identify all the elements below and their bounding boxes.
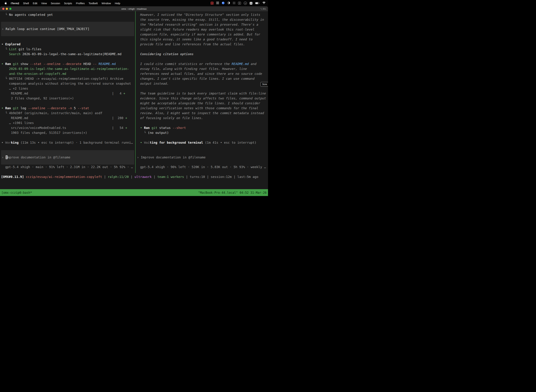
right-scrollback: However, I noticed the "Directory Struct… [136, 12, 268, 145]
key-8-icon[interactable]: 8 [238, 2, 241, 5]
left-model-status-line: gpt-5.4 xhigh · main · 91% left · 2.31M … [0, 165, 135, 169]
terminal-line: [OMX#0.11.9] cczip/essay/ai-reimplementa… [0, 174, 268, 179]
menu-item-scripts[interactable]: Scripts [64, 2, 72, 5]
terminal-line: including verification notes with those … [136, 106, 268, 111]
terminal-line: the "Related research writing" section i… [136, 22, 268, 27]
terminal-line: slight risk that future readers may over… [136, 27, 268, 32]
inject-banner: › Ralph loop active continue [OMX_TMUX_I… [1, 22, 134, 36]
terminal-line: Search 2026-03-09-is-legal-the-same-as-l… [0, 52, 135, 56]
terminal-line: 2 files changed, 92 insertions(+) [0, 96, 135, 101]
terminal-line: › Ralph loop active continue [OMX_TMUX_I… [1, 27, 134, 31]
menu-item-help[interactable]: Help [115, 2, 120, 5]
terminal-line: gpt-5.4 xhigh · 96% left · 520K in · 5.8… [136, 165, 268, 169]
terminal-line: 2026-03-09-is-legal-the-same-as-legitima… [0, 66, 135, 71]
tmux-session-name: [omx-cczip0:bash* [1, 191, 32, 194]
terminal-line: The team guideline is to back every impo… [136, 91, 268, 96]
menu-item-edit[interactable]: Edit [33, 2, 37, 5]
terminal-line: └ 4b9d30f (origin/main, instructkr/main,… [0, 111, 135, 116]
terminal-line: of focusing solely on file lines. [136, 116, 268, 121]
input-source-icon[interactable]: A [250, 2, 252, 5]
terminal-line: README.md | 4 + [0, 91, 135, 96]
terminal-line [136, 47, 268, 52]
circle-61-icon[interactable]: .61 [244, 2, 247, 5]
terminal-line: • Ran git log --oneline --decorate -n 5 … [0, 106, 135, 111]
terminal-line: evidence. Since this change only affects… [136, 96, 268, 101]
right-model-status-line: gpt-5.4 xhigh · 96% left · 520K in · 5.8… [136, 165, 268, 169]
terminal-line [0, 101, 135, 106]
menu-item-iterm2[interactable]: iTerm2 [11, 2, 19, 5]
terminal-line: … +2 lines [0, 86, 135, 91]
terminal-line: this single essay, it seems like a good … [136, 37, 268, 42]
terminal-line: • Waiting for background terminal (1m 41… [136, 140, 268, 145]
terminal-line: README.md | 280 + [0, 116, 135, 121]
terminal-line: references need actual files, and since … [136, 71, 268, 76]
terminal-line [136, 135, 268, 140]
terminal-line: essay file, along with finding root file… [136, 66, 268, 71]
terminal-window: └ No agents completed yet › Ralph loop a… [0, 11, 268, 196]
terminal-line [0, 56, 135, 61]
menu-item-toolbelt[interactable]: Toolbelt [89, 2, 98, 5]
terminal-line: provide file and line references from th… [136, 42, 268, 47]
terminal-line: I could cite commit statistics or refere… [136, 61, 268, 66]
wifi-icon[interactable] [262, 2, 266, 5]
terminal-line: companion file, especially if more comme… [136, 32, 268, 37]
screen-recording-indicator-icon[interactable] [211, 2, 214, 5]
terminal-line: › Improve documentation in @filename [1, 155, 134, 160]
terminal-line [136, 56, 268, 61]
menu-item-shell[interactable]: Shell [23, 2, 29, 5]
right-prompt-input[interactable]: › Improve documentation in @filename [136, 155, 268, 160]
omx-status-bar: [OMX#0.11.9] cczip/essay/ai-reimplementa… [0, 174, 268, 179]
menu-item-profiles[interactable]: Profiles [76, 2, 85, 5]
terminal-line: gpt-5.4 xhigh · main · 91% left · 2.31M … [0, 165, 135, 169]
terminal-line: └ 067f154 (HEAD -> essay/ai-reimplementa… [0, 76, 135, 81]
terminal-line: • Working (11m 13s • esc to interrupt) ·… [0, 140, 135, 145]
left-pane[interactable]: └ No agents completed yet › Ralph loop a… [0, 11, 135, 181]
terminal-line: • Ran git show --stat --oneline --decora… [0, 61, 135, 66]
dots-grid-icon[interactable] [233, 2, 235, 5]
terminal-line: … +1901 lines [0, 121, 135, 125]
terminal-line: • Ran git status --short [136, 125, 268, 130]
left-scrollback: • Explored └ List git ls-files Search 20… [0, 42, 135, 145]
terminal-line: └ (no output) [136, 130, 268, 135]
window-shortcut-badge: ⌥⌘1 [260, 8, 266, 10]
window-title: omx --xhigh --madmax [0, 8, 268, 10]
terminal-line [136, 86, 268, 91]
apple-logo-icon[interactable] [5, 2, 7, 5]
terminal-line: • Explored [0, 42, 135, 47]
terminal-line: Considering citation options [136, 52, 268, 56]
terminal-line: companion analysis without altering the … [0, 81, 135, 86]
terminal-line [0, 135, 135, 140]
terminal-line: might be acceptable alongside the file l… [136, 101, 268, 106]
window-title-bar[interactable]: omx --xhigh --madmax ⌥⌘1 [0, 6, 268, 11]
menu-item-view[interactable]: View [41, 2, 47, 5]
grid-icon[interactable] [216, 2, 219, 5]
terminal-line [136, 121, 268, 125]
terminal-line: › Improve documentation in @filename [136, 155, 268, 160]
notification-popup: Scre [260, 82, 268, 87]
terminal-line: However, I noticed the "Directory Struct… [136, 12, 268, 17]
terminal-line: the source tree, missing the essay. Stil… [136, 17, 268, 22]
crescent-app-icon[interactable] [227, 2, 230, 5]
left-prompt-input[interactable]: › Improve documentation in @filename [1, 150, 134, 165]
blue-app-icon[interactable] [222, 2, 225, 5]
terminal-line: review. Also, I might want to inspect th… [136, 111, 268, 116]
terminal-line: └ No agents completed yet [0, 12, 135, 17]
tmux-status-bar: [omx-cczip0:bash* "MacBook-Pro-44.local"… [0, 189, 268, 196]
battery-icon[interactable] [255, 2, 259, 5]
tmux-host-clock: "MacBook-Pro-44.local" 04:52 31-Mar-26 [198, 191, 267, 194]
menu-item-window[interactable]: Window [102, 2, 111, 5]
terminal-line: └ List git ls-files [0, 47, 135, 52]
right-pane[interactable]: However, I noticed the "Directory Struct… [136, 11, 268, 181]
macos-menu-bar: iTerm2 Shell Edit View Session Scripts P… [0, 0, 268, 6]
terminal-line: and-the-erosion-of-copyleft.md [0, 71, 135, 76]
terminal-line: output instead. [136, 81, 268, 86]
left-scrollback-top: └ No agents completed yet [0, 12, 135, 17]
terminal-line: changes, I can't cite specific file line… [136, 76, 268, 81]
terminal-line: 1903 files changed, 513517 insertions(+) [0, 130, 135, 135]
terminal-line: src/voice/voiceModeEnabled.ts | 54 + [0, 125, 135, 130]
menu-item-session[interactable]: Session [51, 2, 60, 5]
